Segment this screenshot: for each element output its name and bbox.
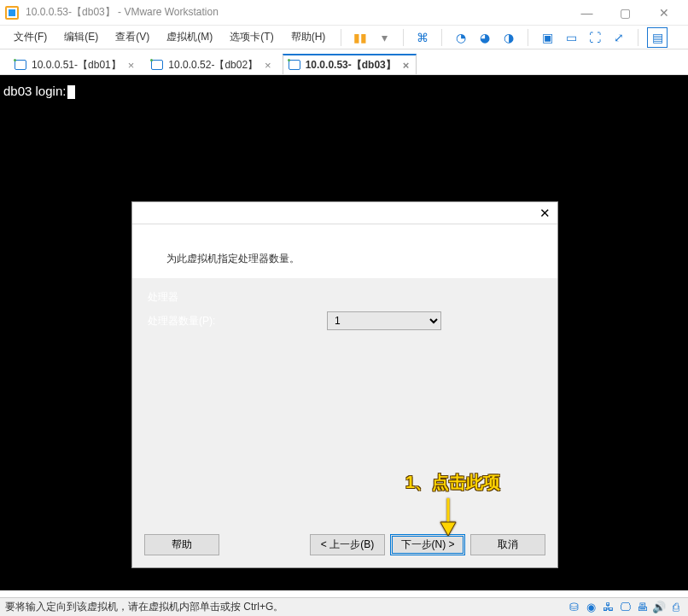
group-label-processors: 处理器	[148, 290, 542, 305]
processor-count-select[interactable]: 1	[327, 311, 441, 330]
dialog-header: 处理器配置 为此虚拟机指定处理器数量。	[132, 224, 557, 278]
usb-icon[interactable]: ⎙	[669, 601, 683, 614]
snapshot-revert-icon[interactable]: ◕	[475, 27, 495, 48]
vm-running-icon	[15, 60, 26, 70]
tab-label: 10.0.0.51-【db01】	[32, 58, 121, 73]
close-window-button[interactable]: ✕	[644, 0, 683, 26]
separator	[341, 29, 341, 46]
tab-close-icon[interactable]: ×	[263, 59, 273, 72]
display-icon[interactable]: 🖵	[618, 601, 632, 614]
vm-running-icon	[289, 60, 300, 70]
separator	[638, 29, 638, 46]
minimize-button[interactable]: —	[568, 0, 606, 26]
menu-edit[interactable]: 编辑(E)	[57, 27, 105, 47]
stretch-icon[interactable]: ⛶	[585, 27, 605, 48]
separator	[403, 29, 404, 46]
statusbar-text: 要将输入定向到该虚拟机，请在虚拟机内部单击或按 Ctrl+G。	[5, 600, 283, 614]
next-button[interactable]: 下一步(N) >	[390, 534, 465, 555]
dialog-subheading: 为此虚拟机指定处理器数量。	[166, 252, 540, 266]
library-icon[interactable]: ▤	[647, 27, 668, 48]
terminal-text: db03 login:	[3, 84, 66, 98]
new-vm-wizard-dialog: 新建虚拟机向导 ✕ 处理器配置 为此虚拟机指定处理器数量。 处理器 处理器数量(…	[131, 201, 558, 568]
tab-db03[interactable]: 10.0.0.53-【db03】 ×	[283, 54, 417, 74]
network-icon[interactable]: 🖧	[601, 601, 615, 614]
cd-icon[interactable]: ◉	[584, 601, 598, 614]
back-button[interactable]: < 上一步(B)	[310, 534, 385, 555]
window-title: 10.0.0.53-【db03】 - VMware Workstation	[26, 5, 568, 20]
statusbar: 要将输入定向到该虚拟机，请在虚拟机内部单击或按 Ctrl+G。 ⛁ ◉ 🖧 🖵 …	[0, 597, 688, 616]
tab-db02[interactable]: 10.0.0.52-【db02】 ×	[145, 54, 278, 74]
separator	[528, 29, 528, 46]
tab-db01[interactable]: 10.0.0.51-【db01】 ×	[9, 54, 142, 74]
terminal-cursor	[67, 85, 75, 99]
tab-label: 10.0.0.53-【db03】	[306, 58, 396, 73]
tabstrip: 10.0.0.51-【db01】 × 10.0.0.52-【db02】 × 10…	[0, 49, 688, 75]
cancel-button[interactable]: 取消	[470, 534, 545, 555]
menubar: 文件(F) 编辑(E) 查看(V) 虚拟机(M) 选项卡(T) 帮助(H) ▮▮…	[0, 26, 688, 49]
processor-count-row: 处理器数量(P): 1	[148, 311, 542, 330]
printer-icon[interactable]: 🖶	[635, 601, 649, 614]
view-console-icon[interactable]: ▣	[537, 27, 557, 48]
menu-vm[interactable]: 虚拟机(M)	[160, 27, 219, 47]
tab-label: 10.0.0.52-【db02】	[168, 58, 258, 73]
dialog-body: 处理器 处理器数量(P): 1	[132, 278, 557, 526]
tab-close-icon[interactable]: ×	[126, 59, 137, 72]
view-unity-icon[interactable]: ▭	[561, 27, 581, 48]
vmware-app-icon	[5, 6, 19, 20]
menu-help[interactable]: 帮助(H)	[284, 27, 333, 47]
vm-running-icon	[151, 60, 163, 70]
statusbar-icons: ⛁ ◉ 🖧 🖵 🖶 🔊 ⎙	[567, 601, 683, 614]
dialog-title: 新建虚拟机向导	[139, 206, 211, 220]
pause-icon[interactable]: ▮▮	[350, 27, 370, 48]
window-titlebar: 10.0.0.53-【db03】 - VMware Workstation — …	[0, 0, 688, 26]
menu-file[interactable]: 文件(F)	[7, 27, 54, 47]
menu-view[interactable]: 查看(V)	[108, 27, 156, 47]
dialog-buttons: 帮助 < 上一步(B) 下一步(N) > 取消	[132, 526, 557, 567]
snapshot-icon[interactable]: ◔	[451, 27, 471, 48]
tab-close-icon[interactable]: ×	[401, 59, 411, 72]
maximize-button[interactable]: ▢	[606, 0, 644, 26]
dialog-titlebar: 新建虚拟机向导 ✕	[132, 202, 557, 224]
dropdown-icon[interactable]: ▾	[374, 27, 394, 48]
send-ctrl-alt-del-icon[interactable]: ⌘	[412, 27, 433, 48]
separator	[441, 29, 442, 46]
dialog-heading: 处理器配置	[149, 233, 540, 248]
disk-icon[interactable]: ⛁	[567, 601, 580, 614]
dialog-close-icon[interactable]: ✕	[539, 206, 551, 221]
processor-count-label: 处理器数量(P):	[148, 314, 327, 328]
help-button[interactable]: 帮助	[144, 534, 219, 555]
terminal-area[interactable]: db03 login: 新建虚拟机向导 ✕ 处理器配置 为此虚拟机指定处理器数量…	[0, 75, 688, 590]
sound-icon[interactable]: 🔊	[652, 601, 666, 614]
menu-tabs[interactable]: 选项卡(T)	[223, 27, 280, 47]
fullscreen-icon[interactable]: ⤢	[609, 27, 629, 48]
snapshot-manage-icon[interactable]: ◑	[499, 27, 519, 48]
